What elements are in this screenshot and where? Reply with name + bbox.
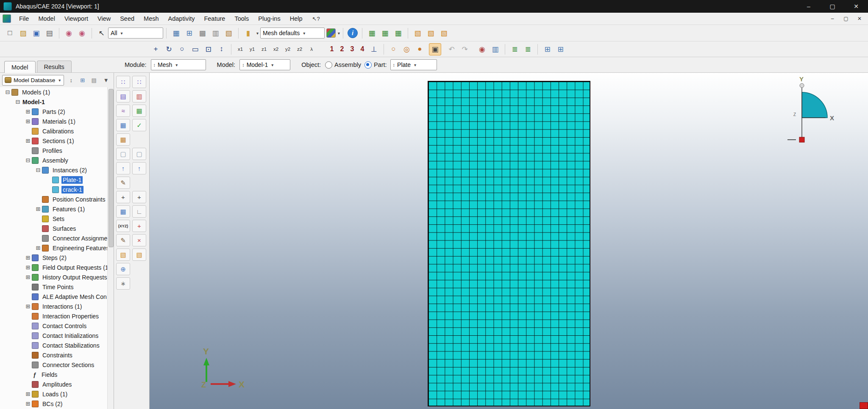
tree-item-sets[interactable]: Sets — [0, 214, 108, 224]
select-arrow-icon[interactable]: ↖ — [95, 27, 108, 39]
tree-item-model-1[interactable]: ⊟Model-1 — [0, 97, 108, 107]
rotate-view-icon[interactable]: ↻ — [163, 43, 175, 55]
menu-help[interactable]: Help — [285, 14, 307, 23]
menu-view[interactable]: View — [93, 14, 115, 23]
edit-mesh-icon[interactable]: ✎ — [116, 177, 130, 189]
sweep-extrude-icon[interactable]: ▧ — [425, 27, 437, 39]
mesh-region-icon[interactable]: ▦ — [132, 105, 146, 117]
view-x1-icon[interactable]: x1 — [234, 44, 246, 55]
new-model-database-icon[interactable]: □ — [4, 27, 16, 39]
report-table-1-icon[interactable]: ≣ — [509, 43, 521, 55]
verify-mesh-icon[interactable]: ▦ — [116, 133, 130, 146]
tree-item-features-1[interactable]: ⊞Features (1) — [0, 204, 108, 214]
tree-item-position-constraints[interactable]: Position Constraints — [0, 194, 108, 204]
selection-filter-combo[interactable]: All ▾ — [108, 28, 163, 39]
overlay-plot-icon[interactable]: ⊞ — [541, 43, 554, 55]
view-preset-2[interactable]: 2 — [337, 44, 347, 54]
delete-part-seeds-icon[interactable]: ▤ — [116, 90, 130, 102]
query-probe-icon[interactable]: ◉ — [476, 43, 488, 55]
view-compass[interactable]: Y X Z — [776, 75, 839, 149]
create-model-icon[interactable]: ⊞ — [77, 75, 88, 86]
menu-plug-ins[interactable]: Plug-ins — [253, 14, 285, 23]
viewport-grid-icon[interactable]: ⊞ — [554, 43, 567, 55]
tree-item-fields[interactable]: ƒFields — [0, 370, 108, 379]
tree-item-models-1[interactable]: ⊟Models (1) — [0, 87, 108, 97]
expander-plus-icon[interactable]: ⊞ — [25, 401, 31, 407]
seed-edges-icon[interactable]: ∷ — [132, 76, 146, 88]
expander-minus-icon[interactable]: ⊟ — [25, 158, 31, 163]
cycle-views-icon[interactable]: ↕ — [215, 43, 228, 55]
report-table-2-icon[interactable]: ≣ — [522, 43, 534, 55]
link-viewports-icon[interactable]: ▦ — [170, 27, 182, 39]
tree-item-profiles[interactable]: Profiles — [0, 146, 108, 155]
view-z2-icon[interactable]: z2 — [294, 44, 306, 55]
tree-item-time-points[interactable]: Time Points — [0, 282, 108, 292]
expander-plus-icon[interactable]: ⊞ — [25, 119, 31, 124]
print-icon[interactable]: ▤ — [43, 27, 56, 39]
menu-model[interactable]: Model — [33, 14, 60, 23]
view-preset-4[interactable]: 4 — [357, 44, 367, 54]
minimize-button[interactable]: – — [797, 0, 821, 13]
create-datum-xyz-icon[interactable]: (XYZ) — [116, 220, 130, 232]
object-stack-icon[interactable]: ▧ — [223, 27, 235, 39]
refine-mesh-icon[interactable]: ↑ — [116, 162, 130, 174]
datum-cross-icon[interactable]: × — [132, 234, 146, 246]
box-zoom-view-icon[interactable]: ▭ — [189, 43, 201, 55]
tree-item-instances-2[interactable]: ⊟Instances (2) — [0, 165, 108, 175]
module-combo[interactable]: ↕ Mesh ▾ — [151, 59, 206, 70]
copy-mesh-icon[interactable]: ▢ — [116, 148, 130, 160]
tree-item-interaction-properties[interactable]: Interaction Properties — [0, 311, 108, 321]
menu-adaptivity[interactable]: Adaptivity — [164, 14, 200, 23]
view-cut-icon[interactable]: ▧ — [412, 27, 424, 39]
spin-model-icon[interactable]: ↕ — [66, 75, 76, 86]
expander-plus-icon[interactable]: ⊞ — [25, 109, 31, 115]
expander-plus-icon[interactable]: ⊞ — [35, 206, 42, 212]
assembly-radio[interactable] — [325, 61, 332, 69]
compass-knob[interactable] — [800, 83, 804, 88]
merge-mesh-icon[interactable]: ▢ — [132, 148, 146, 160]
expander-plus-icon[interactable]: ⊞ — [35, 245, 42, 251]
context-help-icon[interactable]: ↖? — [309, 15, 322, 22]
tree-item-parts-2[interactable]: ⊞Parts (2) — [0, 107, 108, 116]
tree-item-contact-controls[interactable]: Contact Controls — [0, 321, 108, 331]
render-hidden-icon[interactable]: ◎ — [401, 43, 413, 55]
mesh-part-icon[interactable]: ≈ — [116, 105, 130, 117]
menu-tools[interactable]: Tools — [230, 14, 253, 23]
magnify-view-icon[interactable]: ○ — [176, 43, 188, 55]
viewport-icon[interactable] — [3, 14, 11, 23]
color-code-icon[interactable]: ▮ — [242, 27, 254, 39]
maximize-button[interactable]: ▢ — [821, 0, 844, 13]
menu-file[interactable]: File — [14, 14, 33, 23]
mdi-close-button[interactable]: ✕ — [853, 14, 866, 24]
custom-view-icon[interactable]: ⊥ — [368, 43, 380, 55]
mesh-controls-icon[interactable]: ▦ — [116, 119, 130, 131]
field-output-table-icon[interactable]: ▦ — [366, 27, 378, 39]
tree-item-engineering-features[interactable]: ⊞Engineering Features — [0, 243, 108, 253]
expander-plus-icon[interactable]: ⊞ — [25, 274, 31, 280]
remesh-icon[interactable]: ↑ — [132, 162, 146, 174]
expander-plus-icon[interactable]: ⊞ — [25, 265, 31, 271]
expander-plus-icon[interactable]: ⊞ — [25, 255, 31, 261]
edge-tool-icon[interactable]: ∟ — [132, 205, 146, 218]
filter-funnel-icon[interactable]: ▼ — [101, 75, 111, 86]
xy-data-table-icon[interactable]: ▦ — [392, 27, 404, 39]
tree-item-crack-1[interactable]: crack-1 — [0, 185, 108, 194]
menu-mesh[interactable]: Mesh — [139, 14, 163, 23]
tree-item-bcs-2[interactable]: ⊞BCs (2) — [0, 399, 108, 409]
open-file-icon[interactable]: ▨ — [17, 27, 29, 39]
query-info-icon[interactable]: i — [348, 28, 358, 38]
menu-feature[interactable]: Feature — [199, 14, 230, 23]
part-tools-icon[interactable]: ▧ — [116, 249, 130, 261]
tree-item-surfaces[interactable]: Surfaces — [0, 224, 108, 233]
compass-sector[interactable] — [802, 92, 827, 118]
datum-axis-icon[interactable]: + — [132, 220, 146, 232]
active-selection-tool-icon[interactable]: ▣ — [429, 43, 441, 55]
collapse-element-icon[interactable]: ▦ — [116, 205, 130, 218]
display-group-icon[interactable]: ▩ — [196, 27, 209, 39]
tree-item-connector-sections[interactable]: Connector Sections — [0, 360, 108, 370]
expander-minus-icon[interactable]: ⊟ — [14, 99, 21, 105]
tree-item-field-output-requests-1[interactable]: ⊞Field Output Requests (1 — [0, 263, 108, 272]
view-z1-icon[interactable]: z1 — [258, 44, 270, 55]
tree-item-constraints[interactable]: Constraints — [0, 350, 108, 360]
model-combo[interactable]: ↕ Model-1 ▾ — [239, 59, 290, 70]
